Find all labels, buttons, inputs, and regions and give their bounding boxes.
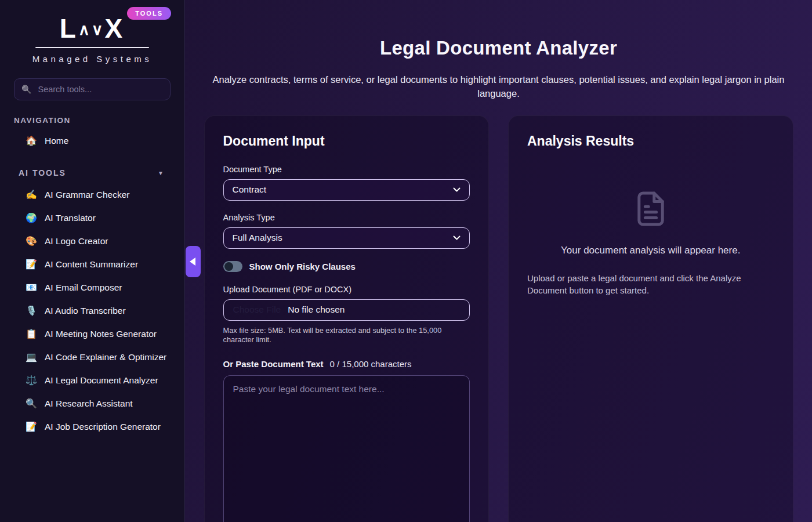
- logo-letter-x: X: [104, 13, 125, 44]
- document-type-value: Contract: [233, 184, 267, 195]
- sidebar-collapse-button[interactable]: [186, 246, 201, 277]
- sidebar-item-audio-transcriber[interactable]: 🎙️ AI Audio Transcriber: [14, 299, 171, 322]
- paste-text-label: Or Paste Document Text: [223, 359, 324, 369]
- analysis-results-title: Analysis Results: [527, 133, 774, 149]
- sidebar-item-label: AI Meeting Notes Generator: [45, 327, 157, 341]
- search-icon: 🔍: [21, 85, 31, 94]
- sidebar-item-grammar-checker[interactable]: ✍️ AI Grammar Checker: [14, 183, 171, 206]
- document-type-label: Document Type: [223, 165, 470, 174]
- analysis-type-label: Analysis Type: [223, 213, 470, 222]
- chevron-down-icon: [453, 187, 461, 193]
- search-input[interactable]: [38, 85, 163, 94]
- logo[interactable]: L∧∨X Managed Systems: [14, 15, 171, 64]
- sidebar-item-research-assistant[interactable]: 🔍 AI Research Assistant: [14, 392, 171, 415]
- chevron-down-icon: [453, 235, 461, 241]
- search-box[interactable]: 🔍: [14, 78, 171, 100]
- analysis-type-value: Full Analysis: [233, 233, 282, 243]
- email-icon: 📧: [26, 281, 37, 295]
- file-upload-input[interactable]: Choose File No file chosen: [223, 299, 470, 321]
- ai-tools-section-label: AI TOOLS: [19, 168, 66, 177]
- logo-subtitle: Managed Systems: [14, 54, 171, 64]
- sidebar-item-legal-document-analyzer[interactable]: ⚖️ AI Legal Document Analyzer: [14, 369, 171, 392]
- magnifier-icon: 🔍: [26, 397, 37, 411]
- sidebar-item-label: AI Audio Transcriber: [45, 304, 126, 318]
- sidebar-item-label: AI Translator: [45, 211, 96, 225]
- choose-file-button[interactable]: Choose File: [233, 304, 281, 315]
- ai-tools-list: ✍️ AI Grammar Checker 🌍 AI Translator 🎨 …: [14, 183, 171, 438]
- logo-divider: [35, 47, 149, 48]
- document-input-title: Document Input: [223, 133, 470, 149]
- memo-icon: 📝: [26, 420, 37, 434]
- ai-tools-section-header[interactable]: AI TOOLS ▼: [14, 168, 171, 177]
- paste-label-row: Or Paste Document Text 0 / 15,000 charac…: [223, 359, 470, 369]
- document-input-panel: Document Input Document Type Contract An…: [204, 115, 490, 522]
- microphone-icon: 🎙️: [26, 304, 37, 318]
- chevron-down-icon: ▼: [158, 170, 165, 176]
- tools-badge: TOOLS: [127, 7, 171, 20]
- sidebar-item-label: AI Research Assistant: [45, 397, 133, 411]
- main-content: Legal Document Analyzer Analyze contract…: [185, 0, 812, 522]
- page-subtitle: Analyze contracts, terms of service, or …: [209, 72, 789, 101]
- sidebar-item-label: AI Code Explainer & Optimizer: [45, 350, 166, 364]
- scales-icon: ⚖️: [26, 374, 37, 387]
- file-chosen-status: No file chosen: [288, 304, 345, 315]
- analysis-results-panel: Analysis Results Your document analysis …: [508, 115, 793, 522]
- sidebar-item-label: AI Content Summarizer: [45, 258, 138, 271]
- sidebar: TOOLS L∧∨X Managed Systems 🔍 NAVIGATION …: [0, 0, 185, 522]
- sidebar-item-label: AI Email Composer: [45, 281, 122, 295]
- laptop-icon: 💻: [26, 350, 37, 364]
- sidebar-item-logo-creator[interactable]: 🎨 AI Logo Creator: [14, 230, 171, 253]
- risky-clauses-toggle-label: Show Only Risky Clauses: [249, 262, 356, 271]
- analysis-type-select[interactable]: Full Analysis: [223, 227, 470, 249]
- sidebar-item-home[interactable]: 🏠 Home: [14, 129, 171, 153]
- navigation-section-label: NAVIGATION: [14, 116, 171, 125]
- chevron-left-icon: [190, 258, 195, 266]
- sidebar-item-label: AI Logo Creator: [45, 234, 108, 248]
- page-title: Legal Document Analyzer: [185, 37, 812, 59]
- sidebar-item-job-description[interactable]: 📝 AI Job Description Generator: [14, 415, 171, 438]
- toggle-knob: [224, 262, 233, 271]
- sidebar-item-label: AI Job Description Generator: [45, 420, 161, 434]
- sidebar-item-label: Home: [45, 134, 68, 148]
- document-text-input[interactable]: [223, 375, 470, 522]
- character-counter: 0 / 15,000 characters: [330, 359, 412, 369]
- sidebar-item-translator[interactable]: 🌍 AI Translator: [14, 206, 171, 230]
- upload-hint-text: Max file size: 5MB. Text will be extract…: [223, 326, 462, 345]
- sidebar-item-label: AI Legal Document Analyzer: [45, 374, 158, 387]
- empty-state-title: Your document analysis will appear here.: [527, 245, 774, 256]
- clipboard-icon: 📋: [26, 327, 37, 341]
- panels-container: Document Input Document Type Contract An…: [204, 115, 793, 522]
- palette-icon: 🎨: [26, 234, 37, 248]
- memo-icon: 📝: [26, 258, 37, 271]
- logo-letter-a: ∧: [78, 21, 92, 38]
- document-type-select[interactable]: Contract: [223, 179, 470, 201]
- logo-letter-v: ∨: [92, 21, 105, 38]
- empty-state-hint: Upload or paste a legal document and cli…: [527, 272, 774, 296]
- risky-clauses-toggle-row[interactable]: Show Only Risky Clauses: [223, 261, 470, 272]
- sidebar-item-content-summarizer[interactable]: 📝 AI Content Summarizer: [14, 253, 171, 276]
- sidebar-item-code-explainer[interactable]: 💻 AI Code Explainer & Optimizer: [14, 346, 171, 369]
- document-icon: [636, 191, 665, 227]
- sidebar-item-email-composer[interactable]: 📧 AI Email Composer: [14, 276, 171, 299]
- sidebar-item-label: AI Grammar Checker: [45, 188, 129, 202]
- upload-document-label: Upload Document (PDF or DOCX): [223, 285, 470, 294]
- globe-icon: 🌍: [26, 211, 37, 225]
- risky-clauses-toggle[interactable]: [223, 261, 242, 272]
- home-icon: 🏠: [26, 134, 37, 148]
- writing-hand-icon: ✍️: [26, 188, 37, 202]
- empty-results-state: Your document analysis will appear here.…: [527, 191, 774, 296]
- sidebar-item-meeting-notes[interactable]: 📋 AI Meeting Notes Generator: [14, 322, 171, 346]
- logo-letter-l: L: [60, 13, 78, 44]
